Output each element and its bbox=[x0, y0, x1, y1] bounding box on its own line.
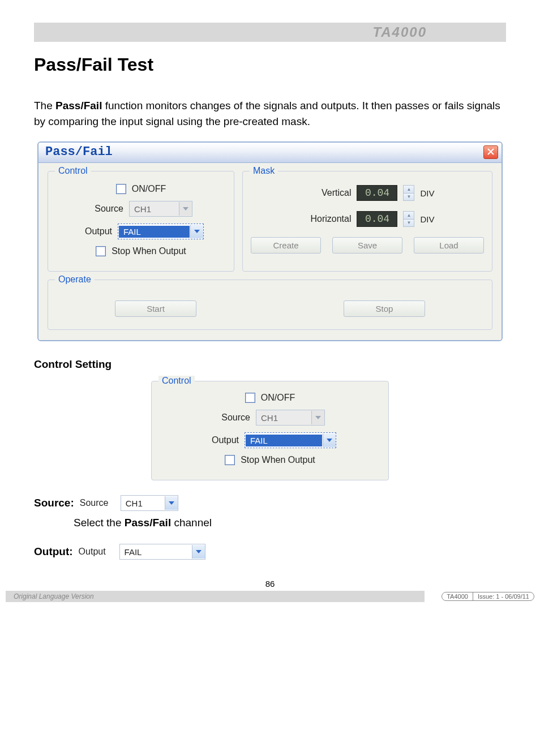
horizontal-label: Horizontal bbox=[300, 214, 351, 224]
footer-issue: Issue: 1 - 06/09/11 bbox=[473, 592, 534, 600]
load-button[interactable]: Load bbox=[414, 237, 484, 254]
source-value: CH1 bbox=[130, 204, 179, 214]
source-select[interactable]: CH1 bbox=[129, 201, 192, 217]
control-group: Control ON/OFF Source CH1 Output bbox=[48, 171, 234, 272]
source-desc: Select the Pass/Fail channel bbox=[74, 517, 506, 529]
output-select[interactable]: FAIL bbox=[118, 224, 204, 239]
output-select-snip[interactable]: FAIL bbox=[245, 432, 336, 448]
source-select-snip[interactable]: CH1 bbox=[256, 410, 325, 426]
intro-text: The Pass/Fail function monitors changes … bbox=[34, 98, 506, 129]
output-heading: Output: bbox=[34, 545, 73, 558]
page-number: 86 bbox=[34, 579, 506, 589]
header-bar: TA4000 bbox=[34, 23, 506, 42]
close-button[interactable] bbox=[483, 145, 498, 159]
chevron-down-icon bbox=[311, 411, 324, 424]
passfail-dialog: Pass/Fail Control ON/OFF Source bbox=[37, 141, 503, 341]
onoff-checkbox[interactable] bbox=[116, 184, 126, 194]
horizontal-spinner[interactable]: ▲▼ bbox=[403, 211, 414, 227]
close-icon bbox=[487, 147, 494, 157]
chevron-down-icon bbox=[165, 496, 178, 510]
chevron-down-icon bbox=[190, 225, 203, 238]
source-inline-select[interactable]: CH1 bbox=[121, 495, 178, 511]
source-label: Source bbox=[89, 204, 123, 214]
horizontal-unit: DIV bbox=[420, 214, 434, 224]
output-inline-label: Output bbox=[79, 547, 114, 557]
page-title: Pass/Fail Test bbox=[34, 54, 506, 75]
stopwhen-checkbox[interactable] bbox=[96, 246, 106, 256]
output-value: FAIL bbox=[119, 226, 190, 238]
mask-group: Mask Vertical 0.04 ▲▼ DIV Horizontal 0.0… bbox=[242, 171, 492, 272]
stopwhen-checkbox-snip[interactable] bbox=[225, 455, 235, 465]
operate-legend: Operate bbox=[55, 274, 95, 285]
stopwhen-label: Stop When Output bbox=[112, 246, 186, 256]
chevron-down-icon bbox=[179, 202, 192, 216]
source-label-snip: Source bbox=[215, 413, 250, 423]
vertical-unit: DIV bbox=[420, 188, 434, 198]
control-legend: Control bbox=[55, 166, 91, 176]
onoff-label-snip: ON/OFF bbox=[261, 393, 295, 403]
output-inline-value: FAIL bbox=[120, 547, 192, 557]
chevron-down-icon bbox=[323, 433, 336, 447]
footer: Original Language Version TA4000 Issue: … bbox=[0, 591, 540, 602]
operate-group: Operate Start Stop bbox=[48, 280, 492, 330]
start-button[interactable]: Start bbox=[115, 300, 196, 317]
onoff-checkbox-snip[interactable] bbox=[245, 393, 255, 403]
source-heading: Source: bbox=[34, 497, 74, 509]
save-button[interactable]: Save bbox=[332, 237, 402, 254]
footer-left: Original Language Version bbox=[6, 591, 425, 602]
dialog-title: Pass/Fail bbox=[45, 145, 113, 159]
horizontal-value: 0.04 bbox=[357, 211, 397, 227]
output-label-snip: Output bbox=[204, 435, 239, 445]
footer-right: TA4000 Issue: 1 - 06/09/11 bbox=[442, 592, 534, 601]
control-legend-snip: Control bbox=[158, 376, 195, 386]
output-inline-select[interactable]: FAIL bbox=[119, 544, 205, 560]
dialog-titlebar: Pass/Fail bbox=[38, 143, 502, 163]
stop-button[interactable]: Stop bbox=[344, 300, 425, 317]
mask-legend: Mask bbox=[250, 166, 278, 176]
stopwhen-label-snip: Stop When Output bbox=[241, 455, 315, 465]
control-setting-heading: Control Setting bbox=[34, 358, 506, 371]
footer-product: TA4000 bbox=[442, 592, 473, 600]
vertical-value: 0.04 bbox=[357, 185, 397, 201]
product-name: TA4000 bbox=[372, 24, 427, 40]
onoff-label: ON/OFF bbox=[132, 184, 166, 194]
chevron-down-icon bbox=[192, 545, 205, 559]
source-inline-label: Source bbox=[80, 498, 115, 508]
control-snippet: Control ON/OFF Source CH1 Output FAIL bbox=[151, 381, 389, 480]
vertical-label: Vertical bbox=[300, 188, 351, 198]
create-button[interactable]: Create bbox=[251, 237, 321, 254]
vertical-spinner[interactable]: ▲▼ bbox=[403, 185, 414, 201]
output-label: Output bbox=[78, 226, 112, 237]
source-inline-value: CH1 bbox=[121, 499, 165, 508]
